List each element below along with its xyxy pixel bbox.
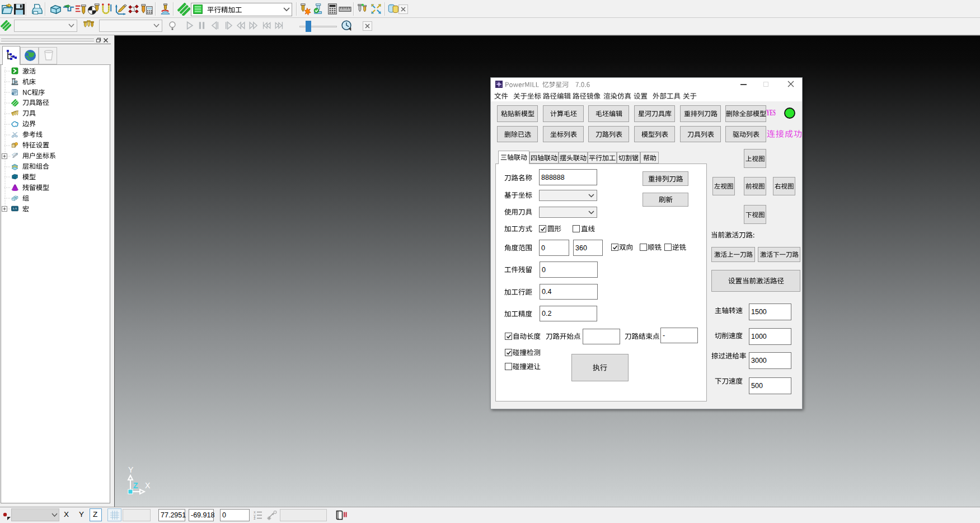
svg-text:Y: Y xyxy=(128,465,134,474)
svg-text:Z: Z xyxy=(133,481,138,490)
svg-text:X: X xyxy=(145,481,151,490)
svg-text:z: z xyxy=(254,517,256,520)
